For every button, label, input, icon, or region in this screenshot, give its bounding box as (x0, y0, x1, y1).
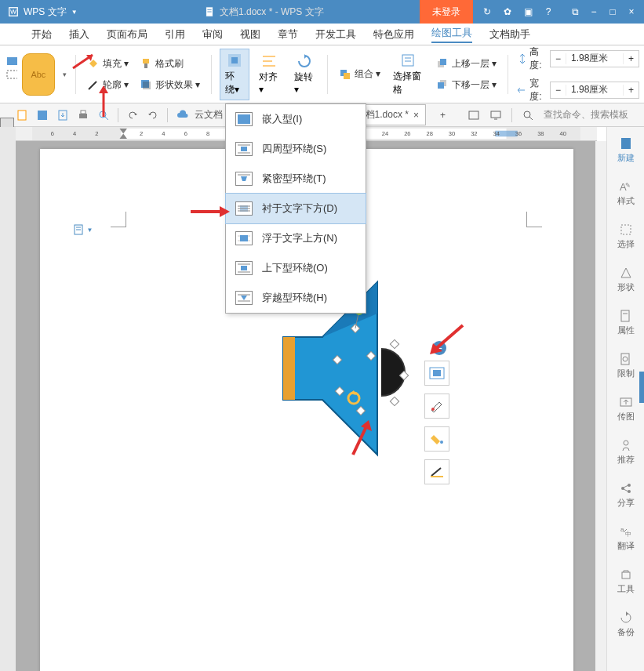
svg-point-81 (440, 441, 443, 444)
tab-layout[interactable]: 页面布局 (107, 27, 147, 42)
mini-edit-icon[interactable] (424, 394, 449, 419)
svg-rect-116 (241, 266, 247, 270)
document-tab[interactable]: 档1.docx * × (358, 104, 426, 125)
redo-icon[interactable] (147, 109, 159, 122)
tab-doc-assist[interactable]: 文档助手 (489, 27, 530, 42)
side-shape[interactable]: 形状 (607, 261, 644, 298)
svg-rect-25 (38, 111, 47, 120)
save-icon[interactable] (36, 109, 49, 122)
side-new[interactable]: 新建 (607, 132, 644, 169)
skin-icon[interactable]: ▣ (522, 5, 534, 18)
select-pane-button[interactable]: 选择窗格 (388, 49, 428, 100)
side-share[interactable]: 分享 (607, 477, 644, 513)
width-minus[interactable]: − (551, 85, 566, 96)
height-minus[interactable]: − (551, 53, 566, 64)
shape-effect-button[interactable]: 形状效果 ▾ (136, 77, 203, 93)
side-recommend[interactable]: 推荐 (607, 433, 644, 470)
side-property[interactable]: 属性 (607, 304, 644, 341)
maximize-icon[interactable]: □ (606, 5, 619, 18)
side-select[interactable]: 选择 (607, 218, 644, 255)
side-upload-image[interactable]: 传图 (607, 390, 644, 427)
tab-special[interactable]: 特色应用 (373, 27, 414, 42)
export-icon[interactable] (56, 109, 69, 122)
side-style[interactable]: A✎样式 (607, 175, 644, 212)
tab-section[interactable]: 章节 (278, 27, 298, 42)
mini-outline-icon[interactable] (424, 459, 449, 484)
rotate-button[interactable]: 旋转 ▾ (289, 50, 320, 98)
svg-text:40: 40 (560, 130, 566, 137)
side-translate[interactable]: a中翻译 (607, 520, 644, 557)
height-value[interactable]: 1.98厘米 (566, 52, 623, 65)
wrap-tight[interactable]: 紧密型环绕(T) (226, 164, 366, 194)
wrap-behind-text[interactable]: 衬于文字下方(D) (225, 193, 366, 224)
read-mode-icon[interactable] (468, 109, 480, 122)
tab-view[interactable]: 视图 (240, 27, 260, 42)
paragraph-options-icon[interactable]: ▼ (73, 223, 93, 236)
wrap-square[interactable]: 四周型环绕(S) (226, 134, 366, 164)
tab-review[interactable]: 审阅 (202, 27, 223, 42)
annotation-arrow-4 (424, 321, 471, 364)
add-tab-button[interactable]: + (434, 110, 452, 121)
svg-rect-31 (469, 111, 478, 119)
wrap-front-text[interactable]: 浮于文字上方(N) (226, 223, 366, 253)
tab-insert[interactable]: 插入 (69, 27, 89, 42)
tab-drawing-tools[interactable]: 绘图工具 (431, 26, 472, 43)
tab-start[interactable]: 开始 (31, 27, 52, 42)
height-input[interactable]: − 1.98厘米 + (550, 50, 639, 67)
help-icon[interactable]: ? (542, 5, 555, 18)
print-icon[interactable] (77, 109, 89, 122)
svg-rect-16 (344, 73, 350, 79)
search-icon[interactable] (522, 109, 534, 122)
edit-shape-icon[interactable] (5, 55, 17, 94)
search-placeholder[interactable]: 查找命令、搜索模板 (544, 108, 628, 122)
doc-icon (204, 6, 215, 17)
doc-tab-close-icon[interactable]: × (413, 110, 419, 121)
bring-forward-button[interactable]: 上移一层 ▾ (433, 56, 500, 72)
side-tools[interactable]: 工具 (607, 563, 644, 600)
wrap-through[interactable]: 穿越型环绕(H) (226, 283, 366, 313)
side-limit[interactable]: 限制 (607, 347, 644, 384)
width-icon (516, 84, 526, 96)
restore-icon[interactable]: ⧉ (569, 5, 581, 18)
vertical-scrollbar[interactable] (595, 141, 606, 671)
tab-reference[interactable]: 引用 (165, 27, 185, 42)
app-dropdown-icon[interactable]: ▼ (71, 9, 78, 16)
height-plus[interactable]: + (623, 53, 639, 64)
shape-mini-toolbar (424, 361, 449, 484)
settings-gear-icon[interactable]: ✿ (501, 5, 514, 18)
mini-wrap-icon[interactable] (424, 361, 449, 386)
wrap-inline[interactable]: 嵌入型(I) (226, 104, 366, 134)
wrap-top-bottom[interactable]: 上下型环绕(O) (226, 253, 366, 283)
width-input[interactable]: − 1.98厘米 + (550, 82, 639, 99)
style-dropdown-icon[interactable]: ▾ (60, 71, 67, 78)
undo-icon[interactable] (126, 109, 139, 122)
side-backup[interactable]: 备份 (607, 606, 644, 643)
close-icon[interactable]: × (625, 5, 638, 18)
width-plus[interactable]: + (623, 85, 639, 96)
sync-icon[interactable]: ↻ (481, 5, 493, 18)
annotation-arrow-2 (94, 82, 118, 124)
title-doc-text: 文档1.docx * - WPS 文字 (220, 5, 324, 19)
mini-fill-icon[interactable] (424, 426, 449, 452)
svg-rect-79 (433, 370, 441, 376)
combine-button[interactable]: 组合 ▾ (336, 66, 384, 82)
svg-rect-114 (240, 235, 248, 241)
format-painter-button[interactable]: 格式刷 (136, 56, 203, 72)
svg-rect-88 (621, 310, 629, 321)
side-panel-collapse-handle[interactable] (639, 372, 644, 403)
width-value[interactable]: 1.98厘米 (566, 83, 623, 96)
minimize-icon[interactable]: − (588, 5, 600, 18)
align-button[interactable]: 对齐 ▾ (254, 50, 285, 98)
svg-rect-68 (390, 339, 398, 348)
send-backward-button[interactable]: 下移一层 ▾ (433, 77, 500, 93)
height-label: 高度: (529, 45, 545, 72)
svg-text:36: 36 (515, 130, 522, 137)
tab-dev[interactable]: 开发工具 (315, 27, 356, 42)
svg-text:26: 26 (404, 130, 410, 137)
wrap-button[interactable]: 环绕▾ (220, 49, 249, 100)
login-status[interactable]: 未登录 (420, 0, 473, 24)
shape-style-preview[interactable]: Abc (22, 53, 55, 96)
new-icon[interactable] (16, 109, 28, 122)
screen-icon[interactable] (489, 109, 502, 122)
annotation-arrow-5 (345, 415, 377, 462)
